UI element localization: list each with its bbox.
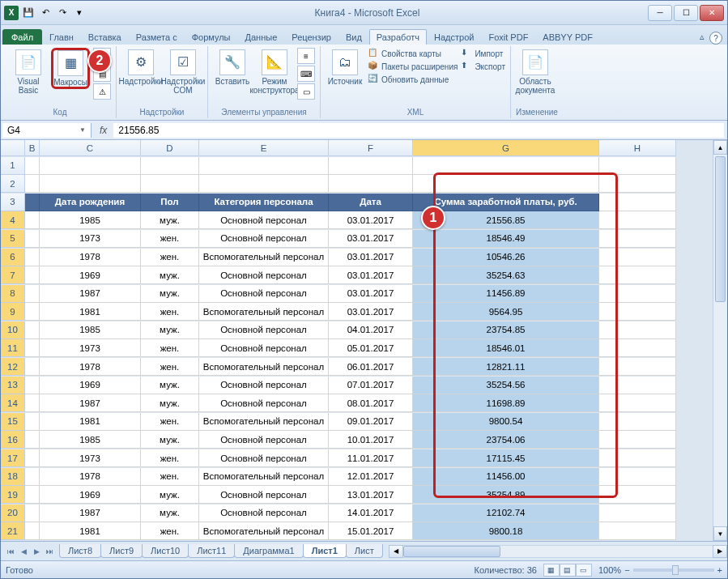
data-cell[interactable]: 10.01.2017 [329, 431, 413, 449]
zoom-slider[interactable] [633, 568, 714, 572]
hscroll-track[interactable] [403, 545, 713, 558]
cell[interactable] [25, 321, 40, 339]
data-cell[interactable]: муж. [141, 504, 199, 522]
data-cell[interactable]: 11456.89 [413, 285, 599, 303]
name-box[interactable]: G4 ▼ [2, 123, 92, 138]
data-cell[interactable]: 1973 [40, 230, 141, 248]
data-cell[interactable]: жен. [141, 468, 199, 486]
zoom-thumb[interactable] [672, 565, 679, 575]
data-cell[interactable]: жен. [141, 522, 199, 540]
cell[interactable] [329, 157, 413, 175]
data-cell[interactable]: муж. [141, 377, 199, 394]
namebox-dropdown-icon[interactable]: ▼ [79, 126, 86, 134]
row-header-11[interactable]: 11 [1, 339, 25, 357]
cell[interactable] [599, 175, 676, 193]
map-properties-button[interactable]: 📋Свойства карты [368, 48, 458, 59]
row-header-18[interactable]: 18 [1, 468, 25, 486]
data-cell[interactable]: Основной персонал [199, 394, 329, 412]
cell[interactable] [25, 468, 40, 486]
data-cell[interactable]: жен. [141, 358, 199, 376]
cell[interactable] [599, 394, 676, 412]
cell[interactable] [25, 285, 40, 303]
data-cell[interactable]: 12.01.2017 [329, 468, 413, 486]
data-cell[interactable]: муж. [141, 486, 199, 504]
tab-file[interactable]: Файл [2, 29, 42, 45]
data-cell[interactable]: Основной персонал [199, 504, 329, 522]
col-header-C[interactable]: C [40, 140, 141, 156]
data-cell[interactable]: 35254.56 [413, 377, 599, 394]
design-mode-button[interactable]: 📐 Режим конструктора [255, 48, 294, 96]
row-header-6[interactable]: 6 [1, 249, 25, 266]
document-panel-button[interactable]: 📄 Область документа [516, 48, 555, 96]
sheet-tab-Диаграмма1[interactable]: Диаграмма1 [234, 544, 303, 558]
cell[interactable] [25, 157, 40, 175]
data-cell[interactable]: 23754.85 [413, 321, 599, 339]
data-cell[interactable]: 1987 [40, 285, 141, 303]
tab-last-button[interactable]: ⏭ [43, 545, 56, 558]
col-header-B[interactable]: B [25, 140, 40, 156]
cell[interactable] [599, 339, 676, 357]
data-cell[interactable]: 05.01.2017 [329, 339, 413, 357]
row-header-1[interactable]: 1 [1, 157, 25, 175]
header-cell[interactable]: Дата рождения [40, 194, 141, 211]
data-cell[interactable]: Основной персонал [199, 211, 329, 229]
data-cell[interactable]: жен. [141, 230, 199, 248]
data-cell[interactable]: 1973 [40, 339, 141, 357]
row-header-19[interactable]: 19 [1, 486, 25, 504]
cell[interactable] [599, 377, 676, 394]
cell[interactable] [25, 449, 40, 467]
data-cell[interactable]: Вспомогательный персонал [199, 413, 329, 431]
data-cell[interactable]: 9800.54 [413, 413, 599, 431]
data-cell[interactable]: 1978 [40, 249, 141, 266]
data-cell[interactable]: 1981 [40, 522, 141, 540]
tab-рецензир[interactable]: Рецензир [284, 29, 338, 45]
data-cell[interactable]: 1987 [40, 504, 141, 522]
hscroll-right-button[interactable]: ▶ [713, 545, 727, 558]
sheet-tab-Лист8[interactable]: Лист8 [59, 544, 101, 558]
insert-button[interactable]: 🔧 Вставить [213, 48, 252, 87]
row-header-14[interactable]: 14 [1, 394, 25, 412]
data-cell[interactable]: 07.01.2017 [329, 377, 413, 394]
cell[interactable] [199, 157, 329, 175]
data-cell[interactable]: 1987 [40, 394, 141, 412]
data-cell[interactable]: 11456.00 [413, 468, 599, 486]
xml-source-button[interactable]: 🗂 Источник [326, 48, 364, 87]
cell[interactable] [599, 468, 676, 486]
cell[interactable] [599, 266, 676, 284]
view-code-icon[interactable]: ⌨ [297, 66, 315, 82]
cell[interactable] [599, 249, 676, 266]
save-icon[interactable]: 💾 [21, 6, 36, 20]
cell[interactable] [25, 211, 40, 229]
data-cell[interactable]: муж. [141, 321, 199, 339]
data-cell[interactable]: 1985 [40, 321, 141, 339]
cell[interactable] [599, 321, 676, 339]
cell[interactable] [413, 175, 599, 193]
cell[interactable] [199, 175, 329, 193]
data-cell[interactable]: Основной персонал [199, 339, 329, 357]
hscroll-left-button[interactable]: ◀ [389, 545, 403, 558]
data-cell[interactable]: 06.01.2017 [329, 358, 413, 376]
xml-import-button[interactable]: ⬇Импорт [461, 48, 505, 59]
tab-next-button[interactable]: ▶ [30, 545, 43, 558]
cell[interactable] [25, 230, 40, 248]
row-header-3[interactable]: 3 [1, 194, 25, 211]
cell[interactable] [25, 431, 40, 449]
cell[interactable] [141, 175, 199, 193]
data-cell[interactable]: 35254.63 [413, 266, 599, 284]
row-header-13[interactable]: 13 [1, 377, 25, 394]
data-cell[interactable]: жен. [141, 339, 199, 357]
redo-icon[interactable]: ↷ [55, 6, 70, 20]
cell[interactable] [599, 157, 676, 175]
cell[interactable] [25, 266, 40, 284]
fx-icon[interactable]: fx [93, 125, 113, 136]
cell[interactable] [25, 522, 40, 540]
row-header-2[interactable]: 2 [1, 175, 25, 193]
formula-input[interactable]: 21556.85 [113, 123, 724, 138]
cell[interactable] [25, 339, 40, 357]
cell[interactable] [25, 249, 40, 266]
col-header-G[interactable]: G [413, 140, 599, 156]
cell[interactable] [599, 211, 676, 229]
row-header-7[interactable]: 7 [1, 266, 25, 284]
data-cell[interactable]: жен. [141, 303, 199, 321]
data-cell[interactable]: Основной персонал [199, 285, 329, 303]
